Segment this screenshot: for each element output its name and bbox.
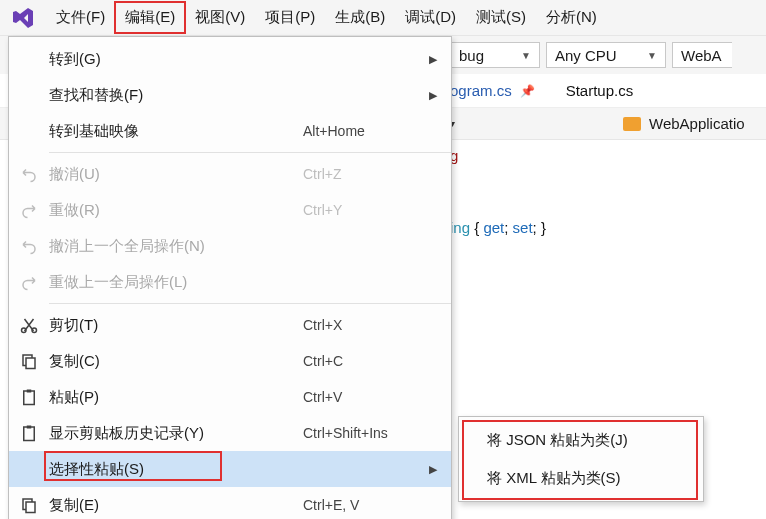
- paste-icon: [9, 424, 49, 442]
- menu-分析[interactable]: 分析(N): [536, 2, 607, 33]
- menu-视图[interactable]: 视图(V): [185, 2, 255, 33]
- svg-rect-7: [27, 426, 32, 429]
- svg-point-1: [32, 328, 37, 333]
- menu-item[interactable]: 剪切(T)Ctrl+X: [9, 307, 451, 343]
- menu-item-shortcut: Ctrl+C: [303, 353, 423, 369]
- menu-item[interactable]: 查找和替换(F)▶: [9, 77, 451, 113]
- menu-item-label: 选择性粘贴(S): [49, 460, 303, 479]
- menu-item-label: 粘贴(P): [49, 388, 303, 407]
- undo-icon: [9, 237, 49, 255]
- redo-icon: [9, 273, 49, 291]
- submenu-item-label: 将 XML 粘贴为类(S): [487, 469, 621, 488]
- menu-item[interactable]: 粘贴(P)Ctrl+V: [9, 379, 451, 415]
- svg-rect-4: [24, 391, 35, 405]
- undo-icon: [9, 165, 49, 183]
- svg-rect-9: [26, 502, 35, 513]
- code-editor[interactable]: g ing { get; set; }: [450, 140, 766, 244]
- submenu-arrow-icon: ▶: [423, 463, 437, 476]
- menu-item[interactable]: 复制(C)Ctrl+C: [9, 343, 451, 379]
- menubar: 文件(F)编辑(E)视图(V)项目(P)生成(B)调试(D)测试(S)分析(N): [0, 0, 766, 36]
- menu-item: 重做(R)Ctrl+Y: [9, 192, 451, 228]
- menu-item-label: 剪切(T): [49, 316, 303, 335]
- menu-编辑[interactable]: 编辑(E): [115, 2, 185, 33]
- run-combo-label: WebA: [681, 47, 722, 64]
- menu-文件[interactable]: 文件(F): [46, 2, 115, 33]
- menu-项目[interactable]: 项目(P): [255, 2, 325, 33]
- menu-item: 撤消(U)Ctrl+Z: [9, 156, 451, 192]
- redo-icon: [9, 201, 49, 219]
- submenu-item[interactable]: 将 XML 粘贴为类(S): [459, 459, 703, 497]
- menu-item[interactable]: 复制(E)Ctrl+E, V: [9, 487, 451, 519]
- chevron-down-icon: ▼: [521, 50, 531, 61]
- menu-item-label: 重做(R): [49, 201, 303, 220]
- menu-item-shortcut: Ctrl+V: [303, 389, 423, 405]
- edit-context-menu: 转到(G)▶查找和替换(F)▶转到基础映像Alt+Home撤消(U)Ctrl+Z…: [8, 36, 452, 519]
- menu-item-label: 撤消上一个全局操作(N): [49, 237, 303, 256]
- menu-item[interactable]: 转到基础映像Alt+Home: [9, 113, 451, 149]
- menu-调试[interactable]: 调试(D): [395, 2, 466, 33]
- csproj-icon: [623, 117, 641, 131]
- menu-item[interactable]: 选择性粘贴(S)▶: [9, 451, 451, 487]
- menu-item-shortcut: Alt+Home: [303, 123, 423, 139]
- menu-item-label: 转到(G): [49, 50, 303, 69]
- separator: [49, 152, 451, 153]
- menu-item-shortcut: Ctrl+X: [303, 317, 423, 333]
- svg-point-0: [22, 328, 27, 333]
- pin-icon[interactable]: 📌: [520, 84, 530, 98]
- menu-item-label: 重做上一全局操作(L): [49, 273, 303, 292]
- config-combo[interactable]: bug ▼: [450, 42, 540, 68]
- project-name[interactable]: WebApplicatio: [649, 115, 745, 132]
- menu-item: 撤消上一个全局操作(N): [9, 228, 451, 264]
- code-line: ing { get; set; }: [450, 212, 766, 244]
- menu-item-label: 复制(C): [49, 352, 303, 371]
- copy-icon: [9, 496, 49, 514]
- menu-item-label: 转到基础映像: [49, 122, 303, 141]
- chevron-down-icon[interactable]: ▾: [450, 118, 615, 129]
- menu-item-shortcut: Ctrl+Y: [303, 202, 423, 218]
- menu-item-shortcut: Ctrl+Z: [303, 166, 423, 182]
- menu-item-shortcut: Ctrl+E, V: [303, 497, 423, 513]
- menu-测试[interactable]: 测试(S): [466, 2, 536, 33]
- menu-item-label: 查找和替换(F): [49, 86, 303, 105]
- cut-icon: [9, 316, 49, 334]
- platform-combo-label: Any CPU: [555, 47, 617, 64]
- menu-item[interactable]: 转到(G)▶: [9, 41, 451, 77]
- paste-special-submenu: 将 JSON 粘贴为类(J)将 XML 粘贴为类(S): [458, 416, 704, 502]
- paste-icon: [9, 388, 49, 406]
- run-combo[interactable]: WebA: [672, 42, 732, 68]
- svg-rect-6: [24, 427, 35, 441]
- menu-item[interactable]: 显示剪贴板历史记录(Y)Ctrl+Shift+Ins: [9, 415, 451, 451]
- menu-item: 重做上一全局操作(L): [9, 264, 451, 300]
- code-line: g: [450, 140, 766, 172]
- submenu-arrow-icon: ▶: [423, 89, 437, 102]
- svg-rect-3: [26, 358, 35, 369]
- menu-item-label: 复制(E): [49, 496, 303, 515]
- tab-startup[interactable]: Startup.cs: [566, 82, 634, 99]
- menu-生成[interactable]: 生成(B): [325, 2, 395, 33]
- tab-program[interactable]: ogram.cs 📌: [450, 82, 530, 99]
- platform-combo[interactable]: Any CPU ▼: [546, 42, 666, 68]
- menu-item-shortcut: Ctrl+Shift+Ins: [303, 425, 423, 441]
- tab-label: ogram.cs: [450, 82, 512, 99]
- tab-label: Startup.cs: [566, 82, 634, 99]
- submenu-arrow-icon: ▶: [423, 53, 437, 66]
- config-combo-label: bug: [459, 47, 484, 64]
- svg-rect-5: [27, 390, 32, 393]
- submenu-item[interactable]: 将 JSON 粘贴为类(J): [459, 421, 703, 459]
- copy-icon: [9, 352, 49, 370]
- submenu-item-label: 将 JSON 粘贴为类(J): [487, 431, 628, 450]
- menu-item-label: 显示剪贴板历史记录(Y): [49, 424, 303, 443]
- separator: [49, 303, 451, 304]
- vs-logo-icon: [10, 5, 36, 31]
- chevron-down-icon: ▼: [647, 50, 657, 61]
- menu-item-label: 撤消(U): [49, 165, 303, 184]
